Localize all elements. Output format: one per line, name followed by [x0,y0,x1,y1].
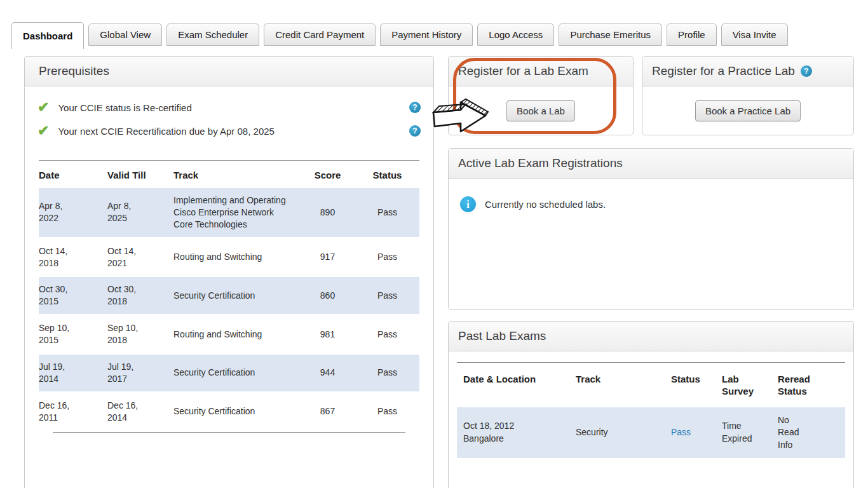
cell-score: 944 [301,367,355,379]
tab-visa-invite[interactable]: Visa Invite [721,24,788,46]
past-lab-exams-header: Past Lab Exams [449,322,853,351]
help-icon[interactable]: ? [409,102,421,113]
help-icon[interactable]: ? [409,125,421,137]
tab-payment-history[interactable]: Payment History [380,24,473,46]
prerequisite-check-list: ✔ Your CCIE status is Re-certified ? ✔ Y… [25,86,433,150]
cell-valid-till: Jul 19, 2017 [107,361,146,385]
cell-valid-till: Sep 10, 2018 [107,322,146,346]
register-practice-lab-body: Book a Practice Lab [642,86,853,135]
tab-label: Profile [678,29,705,40]
certification-table-body: Apr 8, 2022 Apr 8, 2025 Implementing and… [39,188,419,430]
tab-exam-scheduler[interactable]: Exam Scheduler [166,24,259,46]
table-row: Jul 19, 2014 Jul 19, 2017 Security Certi… [39,355,419,391]
cell-track: Routing and Switching [173,329,295,341]
tab-logo-access[interactable]: Logo Access [477,24,554,46]
active-registrations-title: Active Lab Exam Registrations [458,156,623,170]
cell-valid-till: Oct 30, 2018 [107,283,146,308]
column-header: Date [39,170,107,180]
cell-status: Pass [355,405,420,417]
help-icon[interactable]: ? [801,65,812,77]
active-registrations-header: Active Lab Exam Registrations [449,149,853,179]
cell-date: Oct 14, 2018 [39,245,77,269]
cell-score: 981 [301,329,355,341]
cell-track: Security Certification [173,367,295,379]
table-row: Oct 30, 2015 Oct 30, 2018 Security Certi… [39,277,419,314]
prerequisites-header: Prerequisites [25,57,433,86]
cell-valid-till: Oct 14, 2021 [107,245,146,269]
book-a-practice-lab-button[interactable]: Book a Practice Lab [695,100,801,121]
register-lab-exam-body: Book a Lab [449,86,633,135]
pass-link[interactable]: Pass [665,426,715,439]
tab-dashboard[interactable]: Dashboard [11,22,84,49]
table-row: Dec 16, 2011 Dec 16, 2014 Security Certi… [39,393,419,430]
prerequisite-check-row: ✔ Your CCIE status is Re-certified ? [37,100,421,114]
past-lab-exams-body: Date & Location Track Status Lab Survey … [449,362,853,458]
register-practice-lab-panel: Register for a Practice Lab ? Book a Pra… [642,56,854,135]
cell-valid-till: Dec 16, 2014 [107,400,146,424]
table-row: Oct 18, 2012 Bangalore Security Pass Tim… [457,407,845,459]
ccie-dashboard-page: Dashboard Global View Exam Scheduler Cre… [0,0,868,488]
cell-track: Security [569,426,665,439]
cell-status: Pass [355,290,420,302]
no-scheduled-labs-message: Currently no scheduled labs. [485,199,606,210]
no-scheduled-labs-row: i Currently no scheduled labs. [460,196,842,212]
prerequisites-panel: Prerequisites ✔ Your CCIE status is Re-c… [24,56,434,488]
cell-date-location: Oct 18, 2012 Bangalore [457,420,569,445]
tab-bar: Dashboard Global View Exam Scheduler Cre… [11,19,865,46]
prerequisites-title: Prerequisites [39,64,109,78]
cell-date: Dec 16, 2011 [39,400,77,424]
cell-lab-survey: Time Expired [715,420,761,445]
cell-date: Sep 10, 2015 [39,322,77,346]
check-icon: ✔ [37,124,49,138]
column-header: Reread Status [771,374,817,398]
active-lab-exam-registrations-panel: Active Lab Exam Registrations i Currentl… [448,148,854,310]
certification-table-header-row: Date Valid Till Track Score Status [39,161,419,188]
past-lab-exams-panel: Past Lab Exams Date & Location Track Sta… [448,321,854,488]
check-text: Your next CCIE Recertification due by Ap… [58,126,274,137]
column-header: Score [301,170,355,180]
tab-label: Logo Access [489,29,543,40]
tab-label: Visa Invite [733,29,776,40]
column-header: Date & Location [457,374,569,398]
tab-label: Credit Card Payment [275,29,364,40]
register-lab-exam-title: Register for a Lab Exam [458,64,588,78]
cell-score: 890 [301,207,355,219]
cell-date: Apr 8, 2022 [39,200,77,224]
register-lab-exam-header: Register for a Lab Exam [449,57,633,86]
tab-label: Purchase Emeritus [570,29,651,40]
column-header: Status [665,374,715,398]
cell-track: Routing and Switching [173,251,295,263]
tab-label: Exam Scheduler [178,29,248,40]
book-a-lab-button[interactable]: Book a Lab [506,100,575,121]
info-icon: i [460,196,476,212]
register-lab-exam-panel: Register for a Lab Exam Book a Lab [448,56,634,135]
tab-purchase-emeritus[interactable]: Purchase Emeritus [559,24,662,46]
table-row: Oct 14, 2018 Oct 14, 2021 Routing and Sw… [39,239,419,276]
cell-date: Oct 18, 2012 [463,420,563,433]
cell-track: Implementing and Operating Cisco Enterpr… [173,194,295,231]
cell-track: Security Certification [173,290,295,302]
check-text: Your CCIE status is Re-certified [58,102,191,113]
check-icon: ✔ [37,100,49,114]
past-lab-exams-title: Past Lab Exams [458,329,546,343]
cell-status: Pass [355,207,420,219]
register-practice-lab-header: Register for a Practice Lab ? [642,57,853,86]
tab-profile[interactable]: Profile [667,24,717,46]
cell-date: Jul 19, 2014 [39,361,77,385]
column-header: Lab Survey [715,374,761,398]
cell-status: Pass [355,251,420,263]
cell-location: Bangalore [463,433,563,445]
register-practice-lab-title: Register for a Practice Lab [652,64,795,78]
cell-score: 867 [301,405,355,417]
table-row: Sep 10, 2015 Sep 10, 2018 Routing and Sw… [39,316,419,353]
column-header: Status [355,170,420,180]
cell-date: Oct 30, 2015 [39,283,77,308]
table-row: Apr 8, 2022 Apr 8, 2025 Implementing and… [39,188,419,237]
column-header: Valid Till [107,170,173,180]
tab-global-view[interactable]: Global View [88,24,162,46]
prerequisite-check-row: ✔ Your next CCIE Recertification due by … [37,124,421,138]
cell-status: Pass [355,367,420,379]
cell-track: Security Certification [173,405,295,417]
tab-label: Payment History [391,29,461,40]
tab-credit-card-payment[interactable]: Credit Card Payment [264,24,376,46]
